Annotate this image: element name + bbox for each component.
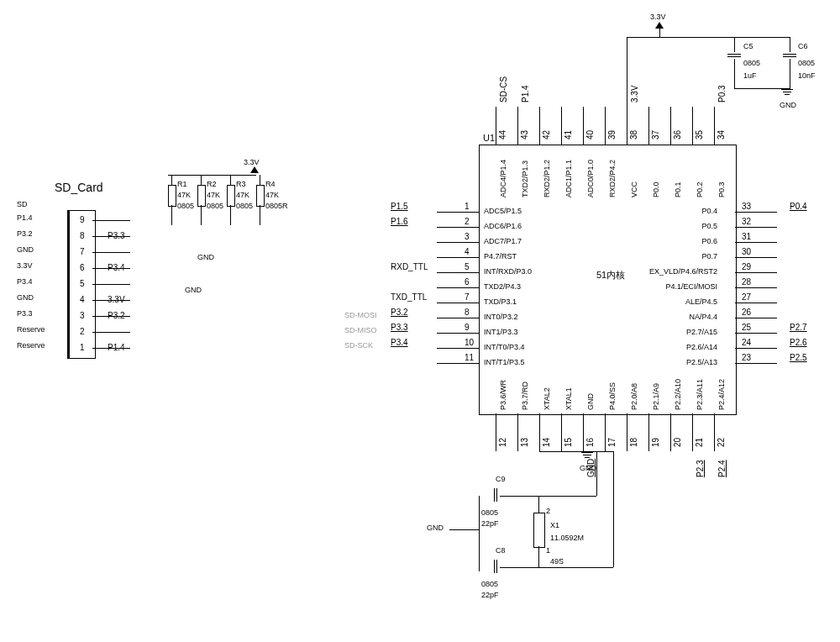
u1-pin-num: 18 [629,438,638,447]
r-v: 47K [265,191,279,199]
u1-core: 51内核 [596,269,625,282]
u1-pin-name: TXD/P3.1 [484,297,517,306]
c8-val: 22pF [481,591,499,599]
power-arrow-icon [250,166,259,173]
u1-pin-num: 26 [742,308,751,317]
u1-pin-name: XTAL2 [543,387,551,410]
r-p: 0805 [177,202,194,210]
u1-pin-num: 32 [742,217,751,226]
wire [734,37,735,52]
c8-ref: C8 [496,546,506,555]
sd-net: P3.3 [108,231,125,240]
u1-pin-name: ADC4/P1.4 [499,160,507,197]
u1-pin-name: P2.3/A11 [696,379,704,410]
wire [92,252,130,253]
sd-pin-num: 7 [80,247,85,256]
c6-val: 10nF [798,71,816,80]
u1-net: RXD_TTL [391,262,428,271]
wire [500,567,613,568]
sd-net: P3.2 [108,311,125,320]
u1-pin-name: INT1/P3.3 [484,328,518,336]
u1-pin-name: P0.2 [696,182,704,197]
u1-pin-name: P0.6 [701,237,717,245]
c5-ref: C5 [743,42,753,50]
wire [92,284,130,285]
u1-pin-num: 10 [465,338,474,347]
u1-pin-num: 35 [695,130,704,139]
u1-pin-num: 42 [542,130,551,139]
u1-pin-num: 13 [520,438,529,447]
resistor [227,185,235,207]
u1-net: P2.3 [696,460,705,477]
x1-p1: 1 [546,546,550,555]
gnd-icon [781,89,793,95]
u1-net: P2.6 [790,338,807,347]
xtal-gnd: GND [427,524,444,532]
wire [790,59,790,88]
u1-pin-name: XTAL1 [564,387,573,410]
u1-pin-num: 19 [651,438,660,447]
u1-pin-name: P3.6/WR [499,380,507,410]
u1-net: P1.6 [391,217,408,226]
resistor [256,185,265,207]
u1-net: SD-CS [499,76,508,103]
u1-note: SD-MOSI [344,311,377,319]
u1-pin-name: INT/RXD/P3.0 [484,267,532,276]
u1-pin-num: 30 [742,247,751,256]
u1-pin-name: P4.0/SS [608,382,617,410]
u1-pin-num: 29 [742,262,751,271]
u1-net: P3.3 [391,323,408,332]
wire [92,220,130,221]
r-ref: R2 [207,180,217,188]
u1-pin-name: INT/T1/P3.5 [484,358,525,366]
u1-pin-num: 36 [673,130,682,139]
cap-c6 [783,52,796,59]
u1-net: 3.3V [630,85,639,103]
sd-ref: SD [17,200,28,208]
u1-pin-name: NA/P4.4 [689,313,717,321]
u1-pin-name: ADC0/P1.0 [586,160,595,197]
pull-rail: 3.3V [244,158,260,166]
u1-pin-num: 24 [742,338,751,347]
u1-pin-num: 25 [742,323,751,332]
r-p: 0805R [265,202,288,210]
c9-ref: C9 [496,475,506,483]
r-v: 47K [236,191,249,199]
u1-pin-num: 15 [564,438,573,447]
u1-pin-num: 3 [465,232,470,241]
resistor [197,185,206,207]
u1-pin-name: P0.0 [652,182,660,197]
u1-pin-name: P0.7 [701,252,717,260]
u1-pin-num: 38 [629,130,638,139]
u1-net: TXD_TTL [391,292,427,302]
u1-net: P1.5 [391,202,408,211]
u1-pin-name: P3.7/RD [521,382,529,410]
u1-pin-num: 5 [465,262,470,271]
u1-pin-name: ADC7/P1.7 [484,237,522,245]
decoup-gnd: GND [780,101,796,109]
u1-pin-num: 16 [585,438,595,447]
u1-net: P2.5 [790,353,807,362]
sd-pin-num: 6 [80,263,85,272]
u1-pin-name: VCC [630,182,638,197]
u1-pin-num: 33 [742,202,751,211]
r-v: 47K [207,191,220,199]
c5-pkg: 0805 [743,59,760,67]
u1-pin-name: EX_VLD/P4.6/RST2 [649,267,717,276]
u1-pin-name: P2.0/A8 [630,383,638,410]
u1-pin-name: P0.5 [701,222,717,230]
r-ref: R3 [236,180,246,188]
sd-net: P3.4 [108,263,125,272]
u1-pin-num: 41 [564,130,573,139]
resistor [168,185,176,207]
u1-note: SD-SCK [344,341,373,350]
sd-left-label: P3.4 [17,277,33,286]
u1-note: SD-MISO [344,326,377,334]
x1-ref: X1 [550,521,559,529]
sd-left-label: GND [17,293,34,302]
power-arrow-icon [655,22,664,29]
sd-pin-num: 2 [80,327,85,336]
r-p: 0805 [236,202,253,210]
wire [168,175,256,176]
sd-left-label: P3.2 [17,229,33,238]
